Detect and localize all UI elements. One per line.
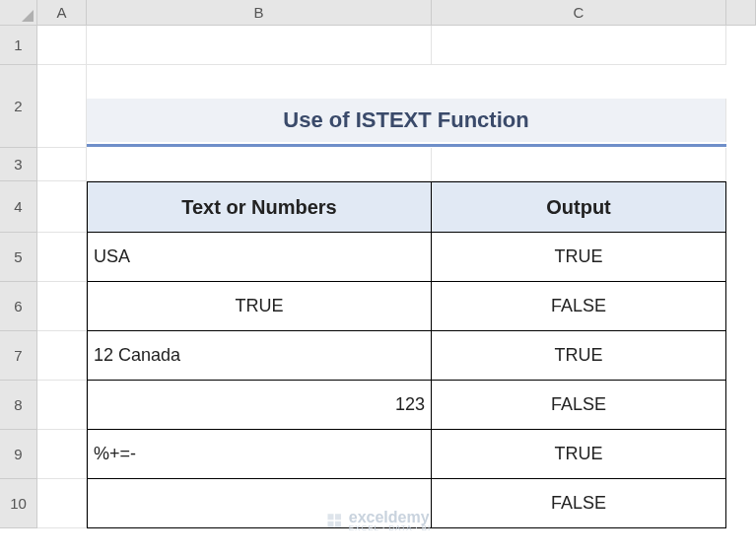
cell-A1[interactable] bbox=[37, 26, 87, 65]
data-output-1[interactable]: FALSE bbox=[432, 282, 726, 331]
table-header-col1[interactable]: Text or Numbers bbox=[87, 181, 432, 233]
col-header-B[interactable]: B bbox=[87, 0, 432, 26]
data-input-2[interactable]: 12 Canada bbox=[87, 331, 432, 381]
row-header-8[interactable]: 8 bbox=[0, 381, 37, 430]
row-header-7[interactable]: 7 bbox=[0, 331, 37, 381]
data-output-4[interactable]: TRUE bbox=[432, 430, 726, 479]
data-output-2[interactable]: TRUE bbox=[432, 331, 726, 381]
col-header-next[interactable] bbox=[726, 0, 756, 26]
cell-B1[interactable] bbox=[87, 26, 432, 65]
data-input-3[interactable]: 123 bbox=[87, 381, 432, 430]
table-header-col2[interactable]: Output bbox=[432, 181, 726, 233]
row-header-2[interactable]: 2 bbox=[0, 65, 37, 148]
data-output-0[interactable]: TRUE bbox=[432, 233, 726, 282]
cell-A3[interactable] bbox=[37, 148, 87, 181]
title-cell[interactable]: Use of ISTEXT Function bbox=[87, 99, 726, 142]
col-header-A[interactable]: A bbox=[37, 0, 87, 26]
select-all-triangle[interactable] bbox=[0, 0, 37, 26]
cell-A8[interactable] bbox=[37, 381, 87, 430]
row-header-3[interactable]: 3 bbox=[0, 148, 37, 181]
data-input-4[interactable]: %+=- bbox=[87, 430, 432, 479]
cell-A2[interactable] bbox=[37, 65, 87, 148]
row-header-4[interactable]: 4 bbox=[0, 181, 37, 233]
cell-A7[interactable] bbox=[37, 331, 87, 381]
cell-B3[interactable] bbox=[87, 148, 432, 181]
row-header-6[interactable]: 6 bbox=[0, 282, 37, 331]
data-input-0[interactable]: USA bbox=[87, 233, 432, 282]
cell-A4[interactable] bbox=[37, 181, 87, 233]
col-header-C[interactable]: C bbox=[432, 0, 726, 26]
spreadsheet-grid: A B C 1 2 3 4 5 6 7 8 9 10 Use of ISTEXT… bbox=[0, 0, 756, 558]
title-underline bbox=[87, 144, 726, 147]
cell-A10[interactable] bbox=[37, 479, 87, 528]
cell-A9[interactable] bbox=[37, 430, 87, 479]
data-input-5[interactable] bbox=[87, 479, 432, 528]
cell-A5[interactable] bbox=[37, 233, 87, 282]
data-output-3[interactable]: FALSE bbox=[432, 381, 726, 430]
data-output-5[interactable]: FALSE bbox=[432, 479, 726, 528]
data-input-1[interactable]: TRUE bbox=[87, 282, 432, 331]
row-header-9[interactable]: 9 bbox=[0, 430, 37, 479]
cell-C3[interactable] bbox=[432, 148, 726, 181]
cell-A6[interactable] bbox=[37, 282, 87, 331]
cell-C1[interactable] bbox=[432, 26, 726, 65]
row-header-5[interactable]: 5 bbox=[0, 233, 37, 282]
row-header-10[interactable]: 10 bbox=[0, 479, 37, 528]
row-header-1[interactable]: 1 bbox=[0, 26, 37, 65]
